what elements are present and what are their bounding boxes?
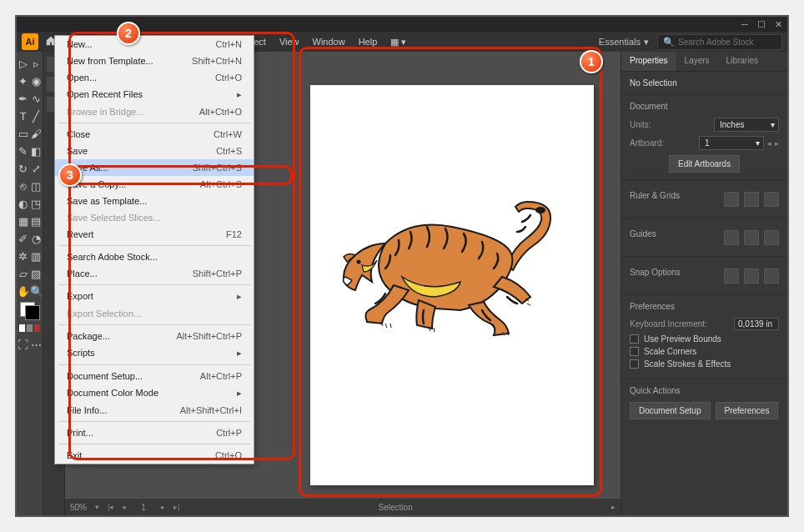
graph-tool[interactable]: ▥ (30, 248, 43, 264)
artboard-tool[interactable]: ▱ (17, 265, 30, 282)
symbol-sprayer-tool[interactable]: ✲ (17, 248, 30, 264)
menu-item-scripts[interactable]: Scripts▸ (55, 344, 254, 362)
app-logo-icon[interactable]: Ai (22, 33, 38, 50)
menu-item-save-as[interactable]: Save As...Shift+Ctrl+S (55, 159, 254, 176)
maximize-btn[interactable]: ☐ (757, 20, 766, 28)
menu-item-open[interactable]: Open...Ctrl+O (55, 69, 254, 86)
eyedropper-tool[interactable]: ✐ (17, 230, 30, 247)
edit-toolbar[interactable]: ⋯ (30, 336, 43, 353)
width-tool[interactable]: ⎋ (17, 178, 30, 194)
stock-search-input[interactable] (678, 38, 778, 47)
transparency-grid-icon[interactable] (764, 192, 779, 207)
workspace-switcher[interactable]: Essentials ▾ (592, 34, 656, 50)
menu-item-search-adobe-stock[interactable]: Search Adobe Stock... (55, 248, 254, 265)
snap-grid-icon[interactable] (744, 269, 759, 284)
menu-view[interactable]: View (273, 34, 306, 49)
menu-item-export[interactable]: Export▸ (55, 288, 254, 305)
ruler-icon[interactable] (724, 192, 739, 207)
tab-properties[interactable]: Properties (621, 52, 676, 71)
menu-item-place[interactable]: Place...Shift+Ctrl+P (55, 265, 254, 282)
guides-lock-icon[interactable] (744, 230, 759, 245)
section-snap: Snap Options (630, 268, 681, 277)
brush-tool[interactable]: 🖌 (30, 125, 43, 142)
menu-item-revert[interactable]: RevertF12 (55, 226, 254, 243)
menu-item-save-a-copy[interactable]: Save a Copy...Alt+Ctrl+S (55, 176, 254, 193)
artboard-nav-page[interactable]: 1 (134, 503, 153, 512)
units-select[interactable]: Inches ▾ (714, 118, 779, 132)
gradient-tool[interactable]: ▤ (30, 213, 43, 229)
shape-builder-tool[interactable]: ◐ (17, 195, 30, 212)
zoom-chevron-icon[interactable]: ▾ (95, 503, 99, 511)
guides-show-icon[interactable] (724, 230, 739, 245)
fill-stroke-swatch[interactable] (18, 302, 42, 320)
nav-prev-icon[interactable]: ◂ (122, 503, 126, 511)
menu-item-new-from-template[interactable]: New from Template...Shift+Ctrl+N (55, 53, 254, 69)
shaper-tool[interactable]: ✎ (17, 143, 30, 159)
menu-item-package[interactable]: Package...Alt+Shift+Ctrl+P (55, 328, 254, 344)
menu-item-new[interactable]: New...Ctrl+N (55, 36, 254, 53)
artboard-next-icon[interactable]: ▸ (775, 139, 779, 148)
menu-help[interactable]: Help (352, 34, 384, 49)
snap-point-icon[interactable] (724, 269, 739, 284)
pen-tool[interactable]: ✒ (17, 90, 30, 107)
nav-first-icon[interactable]: |◂ (108, 503, 113, 511)
direct-selection-tool[interactable]: ▹ (30, 55, 43, 72)
menu-item-open-recent-files[interactable]: Open Recent Files▸ (55, 86, 254, 103)
cb-preview-bounds[interactable]: Use Preview Bounds (630, 334, 779, 344)
selection-tool[interactable]: ▷ (17, 55, 30, 72)
menu-window[interactable]: Window (306, 34, 352, 49)
mesh-tool[interactable]: ▦ (17, 213, 30, 229)
chevron-down-icon: ▾ (644, 37, 649, 48)
tab-layers[interactable]: Layers (676, 52, 718, 71)
screen-mode-tool[interactable]: ⛶ (17, 336, 30, 353)
curvature-tool[interactable]: ∿ (30, 90, 43, 107)
eraser-tool[interactable]: ◧ (30, 143, 43, 159)
type-tool[interactable]: T (17, 108, 30, 124)
menu-item-exit[interactable]: ExitCtrl+Q (55, 447, 254, 464)
tab-libraries[interactable]: Libraries (718, 52, 766, 71)
section-ruler: Ruler & Grids (630, 191, 680, 200)
menu-item-print[interactable]: Print...Ctrl+P (55, 424, 254, 441)
nav-next-icon[interactable]: ▸ (161, 503, 165, 511)
scale-tool[interactable]: ⤢ (30, 160, 43, 177)
preferences-button[interactable]: Preferences (716, 402, 779, 419)
lasso-tool[interactable]: ◉ (30, 73, 43, 89)
artboard-label: Artboard: (630, 138, 664, 148)
perspective-tool[interactable]: ◳ (30, 195, 43, 212)
grid-icon[interactable] (744, 192, 759, 207)
zoom-tool[interactable]: 🔍 (30, 283, 43, 299)
blend-tool[interactable]: ◔ (30, 230, 43, 247)
slice-tool[interactable]: ▨ (30, 265, 43, 282)
menu-separator (58, 421, 250, 422)
status-more-icon[interactable]: ▸ (611, 503, 616, 511)
kbd-increment-input[interactable] (734, 318, 779, 330)
arrange-docs-icon[interactable]: ▦ ▾ (390, 37, 406, 48)
artboard-select[interactable]: 1 ▾ (699, 136, 764, 150)
smart-guides-icon[interactable] (764, 230, 779, 245)
edit-artboards-button[interactable]: Edit Artboards (669, 155, 740, 173)
draw-modes[interactable] (18, 324, 42, 332)
cb-scale-strokes[interactable]: Scale Strokes & Effects (630, 359, 779, 369)
zoom-level[interactable]: 50% (70, 503, 87, 512)
cb-scale-corners[interactable]: Scale Corners (630, 347, 779, 356)
snap-pixel-icon[interactable] (764, 269, 779, 284)
annotation-badge-2: 2 (117, 22, 140, 45)
close-btn[interactable]: ✕ (774, 20, 782, 28)
menu-item-close[interactable]: CloseCtrl+W (55, 126, 254, 143)
document-setup-button[interactable]: Document Setup (630, 402, 711, 419)
menu-item-save-as-template[interactable]: Save as Template... (55, 193, 254, 209)
artboard-prev-icon[interactable]: ◂ (767, 139, 771, 148)
hand-tool[interactable]: ✋ (17, 283, 30, 299)
menu-item-document-color-mode[interactable]: Document Color Mode▸ (55, 384, 254, 402)
free-transform-tool[interactable]: ◫ (30, 178, 43, 194)
menu-item-file-info[interactable]: File Info...Alt+Shift+Ctrl+I (55, 402, 254, 419)
menu-item-save[interactable]: SaveCtrl+S (55, 143, 254, 159)
nav-last-icon[interactable]: ▸| (173, 503, 179, 511)
rectangle-tool[interactable]: ▭ (17, 125, 30, 142)
minimize-btn[interactable]: ─ (741, 20, 749, 28)
line-tool[interactable]: ╱ (30, 108, 43, 124)
stock-search[interactable]: 🔍 (657, 34, 782, 50)
rotate-tool[interactable]: ↻ (17, 160, 30, 177)
menu-item-document-setup[interactable]: Document Setup...Alt+Ctrl+P (55, 368, 254, 384)
magic-wand-tool[interactable]: ✦ (17, 73, 30, 89)
